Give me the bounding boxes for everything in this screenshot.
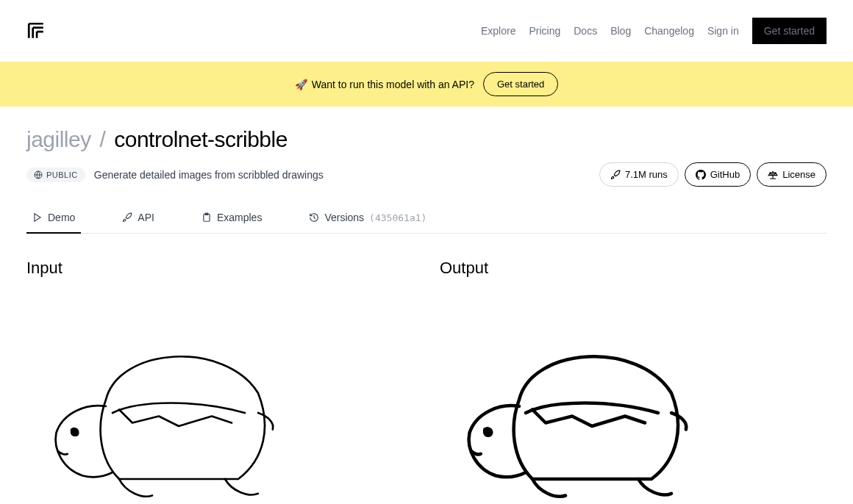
breadcrumb-separator: / [100, 127, 106, 151]
tab-demo[interactable]: Demo [26, 212, 81, 234]
svg-marker-1 [35, 214, 40, 222]
banner-text: Want to run this model with an API? [312, 79, 474, 90]
rocket-outline-icon [610, 170, 621, 180]
globe-icon [34, 170, 43, 179]
nav-pricing[interactable]: Pricing [529, 25, 560, 37]
history-icon [309, 212, 319, 223]
model-name: controlnet-scribble [114, 127, 288, 151]
tab-api[interactable]: API [116, 212, 160, 234]
input-column: Input [26, 259, 413, 504]
model-tabs: Demo API Examples Versions (435061a1) [26, 212, 827, 234]
output-image[interactable] [440, 292, 827, 504]
version-hash: (435061a1) [369, 212, 426, 223]
nav-signin[interactable]: Sign in [707, 25, 739, 37]
visibility-badge: PUBLIC [26, 168, 85, 182]
nav-blog[interactable]: Blog [610, 25, 631, 37]
scale-icon [768, 170, 778, 180]
tab-examples[interactable]: Examples [196, 212, 268, 234]
clipboard-icon [201, 212, 212, 223]
output-heading: Output [440, 259, 827, 278]
rocket-icon [122, 212, 132, 223]
output-column: Output [440, 259, 827, 504]
input-heading: Input [26, 259, 413, 278]
nav-docs[interactable]: Docs [574, 25, 597, 37]
nav-explore[interactable]: Explore [481, 25, 515, 37]
model-owner-link[interactable]: jagilley [26, 127, 91, 151]
api-banner: 🚀 Want to run this model with an API? Ge… [0, 62, 853, 107]
tab-versions[interactable]: Versions (435061a1) [303, 212, 432, 234]
banner-get-started-button[interactable]: Get started [483, 72, 558, 96]
nav-changelog[interactable]: Changelog [644, 25, 694, 37]
github-link[interactable]: GitHub [685, 162, 751, 187]
logo[interactable] [26, 21, 46, 40]
rocket-icon: 🚀 [295, 79, 307, 90]
main-nav: Explore Pricing Docs Blog Changelog Sign… [481, 18, 827, 44]
runs-badge: 7.1M runs [599, 162, 679, 187]
play-icon [32, 212, 43, 223]
license-link[interactable]: License [757, 162, 827, 187]
github-icon [696, 170, 706, 180]
model-description: Generate detailed images from scribbled … [94, 169, 324, 181]
get-started-button[interactable]: Get started [752, 18, 827, 44]
model-title-row: jagilley / controlnet-scribble [26, 127, 827, 152]
input-image[interactable] [26, 292, 413, 504]
